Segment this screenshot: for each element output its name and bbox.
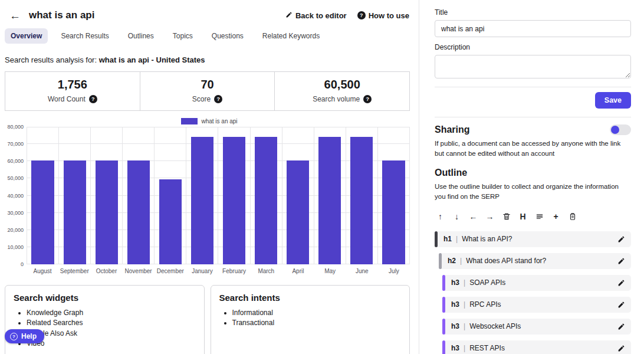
help-button[interactable]: ? Help <box>5 329 44 343</box>
chart-column-may <box>314 127 346 264</box>
stat-label: Search volume? <box>275 95 409 103</box>
outline-tag: h1 <box>443 235 452 243</box>
outline-item-h1[interactable]: h1|What is an API? <box>435 231 631 247</box>
info-icon[interactable]: ? <box>363 95 372 103</box>
edit-outline-item-button[interactable] <box>617 301 625 309</box>
widget-item: Related Searches <box>27 318 196 328</box>
y-tick-label: 20,000 <box>7 227 24 233</box>
x-tick-label: January <box>186 268 218 274</box>
x-tick-label: February <box>218 268 250 274</box>
stat-search-volume: 60,500Search volume? <box>275 72 409 110</box>
sharing-toggle[interactable] <box>610 124 631 135</box>
title-field-label: Title <box>435 8 631 17</box>
tab-questions[interactable]: Questions <box>206 28 249 44</box>
chart-column-january <box>186 127 218 264</box>
sharing-header: Sharing <box>435 124 631 135</box>
indent-icon[interactable]: → <box>484 210 495 223</box>
bar-november[interactable] <box>127 160 150 264</box>
info-icon[interactable]: ? <box>89 95 97 103</box>
edit-outline-item-button[interactable] <box>617 235 625 243</box>
bar-june[interactable] <box>350 137 373 264</box>
x-tick-label: November <box>123 268 155 274</box>
outline-tag: h3 <box>451 344 459 352</box>
tab-topics[interactable]: Topics <box>167 28 199 44</box>
sharing-title: Sharing <box>435 124 470 135</box>
outdent-icon[interactable]: ← <box>468 210 479 223</box>
info-icon[interactable]: ? <box>214 95 222 103</box>
save-button[interactable]: Save <box>595 92 631 109</box>
x-tick-label: October <box>90 268 122 274</box>
plus-icon[interactable]: + <box>550 210 561 223</box>
bar-july[interactable] <box>382 160 405 264</box>
y-tick-label: 40,000 <box>7 193 24 199</box>
sharing-description: If public, a document can be accessed by… <box>435 139 631 158</box>
bar-january[interactable] <box>191 137 213 264</box>
heading-icon[interactable]: H <box>517 210 528 223</box>
toggle-knob <box>611 126 619 134</box>
level-indicator <box>435 231 438 247</box>
tab-related-keywords[interactable]: Related Keywords <box>257 28 326 44</box>
search-widgets-card: Search widgets Knowledge GraphRelated Se… <box>5 285 205 354</box>
bar-may[interactable] <box>318 137 341 264</box>
x-tick-label: August <box>27 268 58 274</box>
description-textarea[interactable] <box>435 55 631 78</box>
outline-item-h2[interactable]: h2|What does API stand for? <box>439 253 631 269</box>
bar-december[interactable] <box>159 179 182 264</box>
level-indicator <box>442 275 445 291</box>
back-button[interactable]: ← <box>9 10 21 21</box>
widgets-list: Knowledge GraphRelated SearchesPeople Al… <box>14 308 196 349</box>
outline-item-h3[interactable]: h3|REST APIs <box>442 340 631 354</box>
tab-search-results[interactable]: Search Results <box>55 28 114 44</box>
align-list-icon[interactable] <box>534 210 545 223</box>
bar-august[interactable] <box>31 160 54 264</box>
outline-item-h3[interactable]: h3|Websocket APIs <box>442 319 631 335</box>
how-to-use-link[interactable]: ? How to use <box>357 11 409 20</box>
outline-text: What is an API? <box>462 235 512 243</box>
edit-outline-item-button[interactable] <box>617 257 625 265</box>
chart-column-february <box>218 127 250 264</box>
edit-outline-item-button[interactable] <box>617 345 625 352</box>
edit-outline-item-button[interactable] <box>617 323 625 330</box>
chart-column-october <box>91 127 123 264</box>
edit-outline-item-button[interactable] <box>617 279 625 287</box>
bar-march[interactable] <box>255 137 277 264</box>
outline-item-h3[interactable]: h3|SOAP APIs <box>442 275 631 291</box>
bar-october[interactable] <box>96 160 118 264</box>
chart-column-july <box>378 127 410 264</box>
move-up-icon[interactable]: ↑ <box>435 210 446 223</box>
trash-icon[interactable] <box>501 210 512 223</box>
help-icon: ? <box>10 333 18 340</box>
chart-legend[interactable]: what is an api <box>0 118 419 124</box>
y-tick-label: 50,000 <box>7 175 24 181</box>
outline-toolbar: ↑↓←→H+ <box>435 210 631 223</box>
back-to-editor-label: Back to editor <box>295 11 347 20</box>
outline-item-h3[interactable]: h3|RPC APIs <box>442 297 631 313</box>
stat-word-count: 1,756Word Count? <box>5 72 140 110</box>
divider <box>435 117 631 117</box>
divider <box>435 87 631 87</box>
tag-separator: | <box>464 278 465 287</box>
chart-column-august <box>27 127 59 264</box>
back-arrow-icon: ← <box>9 9 21 22</box>
outline-tag: h3 <box>451 322 459 330</box>
bar-september[interactable] <box>64 160 86 264</box>
tab-bar: OverviewSearch ResultsOutlinesTopicsQues… <box>0 28 419 44</box>
tab-overview[interactable]: Overview <box>5 28 48 44</box>
chart-plot <box>27 127 410 264</box>
back-to-editor-link[interactable]: Back to editor <box>285 11 347 20</box>
outline-text: Websocket APIs <box>469 322 521 330</box>
y-tick-label: 10,000 <box>7 244 24 250</box>
outline-header: Outline <box>435 168 631 178</box>
chart-column-june <box>346 127 378 264</box>
move-down-icon[interactable]: ↓ <box>451 210 462 223</box>
bar-april[interactable] <box>287 160 309 264</box>
title-input[interactable] <box>435 20 631 37</box>
bar-february[interactable] <box>223 137 245 264</box>
tab-outlines[interactable]: Outlines <box>122 28 160 44</box>
tag-separator: | <box>464 344 465 352</box>
stat-value: 70 <box>140 78 275 91</box>
paste-icon[interactable] <box>567 210 578 223</box>
outline-text: What does API stand for? <box>466 257 546 265</box>
stat-value: 60,500 <box>275 78 409 91</box>
main-content: ← what is an api Back to editor ? How to… <box>0 0 419 354</box>
